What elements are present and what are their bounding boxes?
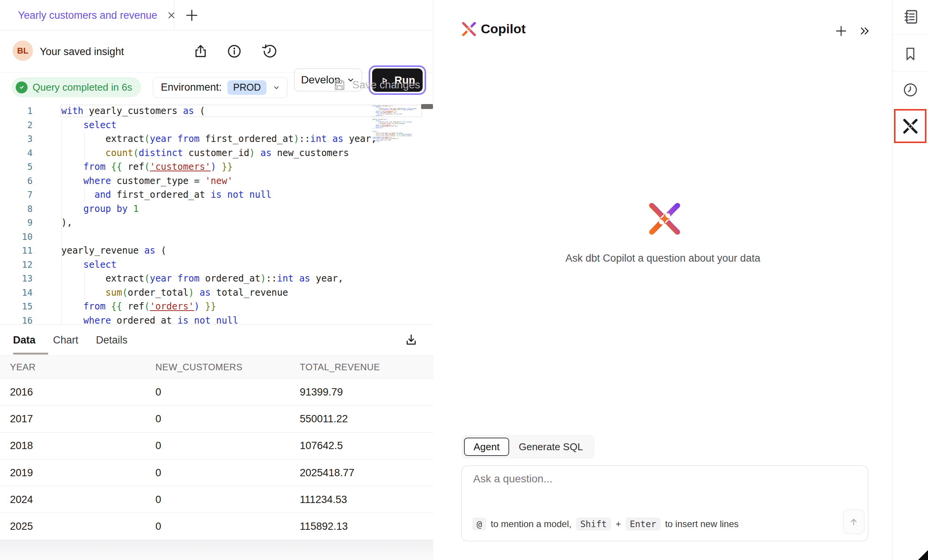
table-cell: 0 xyxy=(155,521,161,532)
code-line: 9), xyxy=(0,216,383,230)
collapse-panel-icon[interactable] xyxy=(858,24,871,37)
notebook-icon[interactable] xyxy=(902,8,919,26)
results-tab-details[interactable]: Details xyxy=(96,325,128,356)
table-cell: 2016 xyxy=(10,386,33,398)
column-header: TOTAL_REVENUE xyxy=(300,362,380,373)
table-footer xyxy=(0,540,433,560)
cursor-artifact xyxy=(918,550,928,560)
chevron-down-icon xyxy=(272,83,281,92)
clock-icon[interactable] xyxy=(902,81,919,98)
new-tab-button[interactable] xyxy=(184,7,200,23)
column-header: YEAR xyxy=(10,362,36,373)
code-line: 2 select xyxy=(0,118,383,132)
table-cell: 0 xyxy=(155,493,161,505)
mode-tab-agent[interactable]: Agent xyxy=(464,438,509,456)
hint-plus: + xyxy=(616,519,621,529)
table-cell: 550011.22 xyxy=(300,413,348,425)
question-input[interactable] xyxy=(472,472,811,504)
table-cell: 107642.5 xyxy=(300,440,343,452)
copilot-panel: Copilot Ask dbt Copilot a question about… xyxy=(433,0,892,560)
table-cell: 0 xyxy=(155,386,161,398)
query-panel: Yearly customers and revenue BL Your sav… xyxy=(0,0,433,560)
check-icon xyxy=(16,81,28,93)
dbt-copilot-logo-icon xyxy=(460,20,478,38)
code-line: 1with yearly_customers as ( xyxy=(0,104,383,118)
table-cell: 2017 xyxy=(10,413,33,425)
table-row: 2016091399.79 xyxy=(0,379,433,405)
hint-text-2: to insert new lines xyxy=(665,519,738,529)
table-cell: 2025 xyxy=(10,521,33,532)
share-icon[interactable] xyxy=(193,43,209,59)
rail-divider xyxy=(892,34,928,35)
table-cell: 0 xyxy=(155,467,161,479)
column-header: NEW_CUSTOMERS xyxy=(155,362,242,373)
results-tab-data[interactable]: Data xyxy=(13,325,36,356)
copilot-input-box: @ to mention a model, Shift + Enter to i… xyxy=(461,466,868,541)
input-hint: @ to mention a model, Shift + Enter to i… xyxy=(472,518,738,531)
shift-key-badge: Shift xyxy=(576,518,611,531)
query-status-text: Query completed in 6s xyxy=(33,81,132,93)
info-icon[interactable] xyxy=(226,43,242,59)
table-header-row: YEARNEW_CUSTOMERSTOTAL_REVENUE xyxy=(0,356,433,379)
history-icon[interactable] xyxy=(262,43,278,59)
code-line: 5 from {{ ref('customers') }} xyxy=(0,160,383,174)
table-cell: 2024 xyxy=(10,493,33,505)
dbt-copilot-icon xyxy=(901,117,920,135)
code-line: 14 sum(order_total) as total_revenue xyxy=(0,286,383,300)
mode-tab-generate-sql[interactable]: Generate SQL xyxy=(510,438,592,456)
copilot-tool-selected[interactable] xyxy=(894,109,926,143)
insight-toolbar: BL Your saved insight Develop xyxy=(0,31,433,73)
results-panel: DataChartDetails YEARNEW_CUSTOMERSTOTAL_… xyxy=(0,324,433,560)
table-cell: 115892.13 xyxy=(300,521,348,532)
tab-bar: Yearly customers and revenue xyxy=(0,0,433,31)
minimap-content: with yearly_customers as ( select extrac… xyxy=(373,105,422,142)
tab-divider xyxy=(174,0,175,30)
code-line: 6 where customer_type = 'new' xyxy=(0,174,383,188)
environment-select[interactable]: Environment: PROD xyxy=(153,77,288,98)
table-row: 20240111234.53 xyxy=(0,486,433,513)
download-icon[interactable] xyxy=(404,332,419,348)
minimap-line: order by 1 xyxy=(373,141,422,142)
table-row: 201902025418.77 xyxy=(0,459,433,486)
table-cell: 2018 xyxy=(10,440,33,452)
editor-scrollbar-thumb[interactable] xyxy=(421,104,433,109)
tab-title: Yearly customers and revenue xyxy=(18,10,157,21)
code-lines: 1with yearly_customers as (2 select3 ext… xyxy=(0,104,383,324)
results-tab-chart[interactable]: Chart xyxy=(53,325,78,356)
editor-minimap[interactable]: with yearly_customers as ( select extrac… xyxy=(373,105,422,323)
table-cell: 0 xyxy=(155,413,161,425)
table-row: 20180107642.5 xyxy=(0,433,433,459)
new-chat-icon[interactable] xyxy=(834,24,848,38)
at-key-badge: @ xyxy=(472,518,486,531)
dbt-copilot-logo-large xyxy=(645,199,685,239)
copilot-empty-state-text: Ask dbt Copilot a question about your da… xyxy=(433,252,892,264)
table-cell: 0 xyxy=(155,440,161,452)
dbt-insight-workspace: Yearly customers and revenue BL Your sav… xyxy=(0,0,928,560)
rail-divider xyxy=(892,72,928,72)
code-line: 8 group by 1 xyxy=(0,202,383,216)
code-line: 3 extract(year from first_ordered_at)::i… xyxy=(0,132,383,146)
code-line: 7 and first_ordered_at is not null xyxy=(0,188,383,202)
environment-value-badge: PROD xyxy=(227,80,266,95)
code-line: 4 count(distinct customer_id) as new_cus… xyxy=(0,146,383,160)
code-line: 12 select xyxy=(0,258,383,272)
code-line: 10 xyxy=(0,230,383,244)
tab-yearly-customers[interactable]: Yearly customers and revenue xyxy=(18,0,177,31)
code-line: 15 from {{ ref('orders') }} xyxy=(0,300,383,314)
copilot-mode-tabs: AgentGenerate SQL xyxy=(462,435,594,458)
close-icon[interactable] xyxy=(166,10,177,21)
query-status-badge: Query completed in 6s xyxy=(11,77,141,97)
table-cell: 91399.79 xyxy=(300,386,343,398)
copilot-title: Copilot xyxy=(481,21,526,36)
table-cell: 2025418.77 xyxy=(300,467,355,479)
send-button[interactable] xyxy=(843,510,864,534)
table-cell: 2019 xyxy=(10,467,33,479)
environment-label: Environment: xyxy=(161,81,222,93)
code-line: 16 where ordered_at is not null xyxy=(0,314,383,325)
save-changes-button[interactable]: Save changes xyxy=(332,78,420,92)
right-icon-rail xyxy=(892,0,928,560)
sql-code-editor[interactable]: 1with yearly_customers as (2 select3 ext… xyxy=(0,104,433,324)
hint-text-1: to mention a model, xyxy=(491,519,572,529)
table-body: 2016091399.7920170550011.2220180107642.5… xyxy=(0,379,433,540)
bookmark-icon[interactable] xyxy=(902,46,919,62)
